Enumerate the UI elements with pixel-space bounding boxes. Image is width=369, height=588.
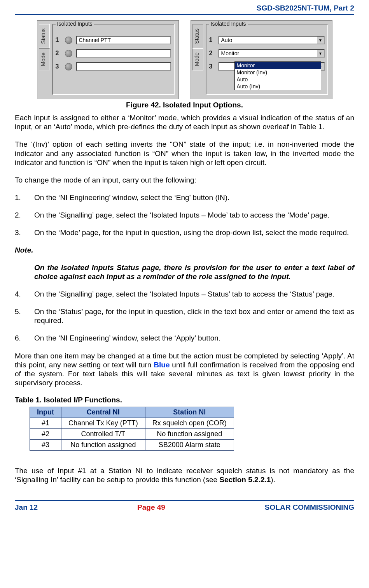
- mode-dropdown-list[interactable]: Monitor Monitor (Inv) Auto Auto (Inv): [234, 61, 321, 90]
- body-paragraph: To change the mode of an input, carry ou…: [15, 176, 354, 184]
- list-item: On the ‘Status’ page, for the input in q…: [15, 307, 354, 325]
- group-legend: Isolated Inputs: [56, 21, 94, 27]
- blue-text: Blue: [154, 361, 170, 369]
- functions-table: Input Central NI Station NI #1 Channel T…: [30, 407, 234, 451]
- status-led-icon: [65, 37, 72, 44]
- dropdown-option[interactable]: Auto: [235, 76, 321, 83]
- tab-mode[interactable]: Mode: [39, 48, 50, 70]
- note-body: On the Isolated Inputs Status page, ther…: [15, 263, 354, 281]
- status-led-icon: [65, 63, 72, 70]
- isolated-inputs-group: Isolated Inputs 1 Auto ▼ 2 Monitor ▼: [206, 24, 328, 95]
- row-num: 1: [56, 37, 61, 44]
- figure-caption: Figure 42. Isolated Input Options.: [15, 101, 354, 109]
- input-label-field[interactable]: [76, 36, 171, 44]
- row-num: 3: [56, 63, 61, 70]
- footer-date: Jan 12: [15, 503, 38, 512]
- list-item: On the ‘NI Engineering’ window, select t…: [15, 193, 354, 202]
- table-caption: Table 1. Isolated I/P Functions.: [15, 396, 354, 404]
- footer-section: SOLAR COMMISSIONING: [265, 503, 354, 512]
- body-paragraph: More than one item may be changed at a t…: [15, 351, 354, 388]
- isolated-inputs-group: Isolated Inputs 1 2 3: [52, 24, 175, 95]
- tab-status[interactable]: Status: [192, 24, 203, 48]
- row-num: 2: [56, 50, 61, 57]
- chevron-down-icon[interactable]: ▼: [317, 50, 324, 57]
- group-legend: Isolated Inputs: [209, 21, 248, 27]
- input-label-field[interactable]: [76, 62, 171, 71]
- footer-page: Page 49: [137, 503, 165, 512]
- steps-list: On the ‘NI Engineering’ window, select t…: [15, 193, 354, 237]
- table-header-row: Input Central NI Station NI: [30, 407, 234, 418]
- row-num: 1: [209, 37, 215, 44]
- list-item: On the ‘Mode’ page, for the input in que…: [15, 228, 354, 237]
- mode-panel: Status Mode Isolated Inputs 1 Auto ▼ 2 M…: [191, 20, 332, 99]
- body-paragraph: The ‘(Inv)’ option of each setting inver…: [15, 140, 354, 167]
- tab-mode[interactable]: Mode: [192, 48, 203, 70]
- table-row: #1 Channel Tx Key (PTT) Rx squelch open …: [30, 418, 234, 429]
- dropdown-option[interactable]: Auto (Inv): [235, 83, 321, 90]
- table-header: Station NI: [145, 407, 234, 418]
- row-num: 3: [209, 63, 215, 70]
- list-item: On the ‘Signalling’ page, select the ‘Is…: [15, 290, 354, 298]
- mode-combo[interactable]: Auto ▼: [219, 36, 325, 44]
- list-item: On the ‘NI Engineering’ window, select t…: [15, 333, 354, 342]
- dropdown-option[interactable]: Monitor (Inv): [235, 69, 321, 76]
- dropdown-option[interactable]: Monitor: [235, 62, 321, 69]
- page-header: SGD-SB2025NT-TUM, Part 2: [15, 4, 354, 15]
- body-paragraph: The use of Input #1 at a Station NI to i…: [15, 466, 354, 484]
- mode-combo[interactable]: Monitor ▼: [219, 49, 325, 58]
- list-item: On the ‘Signalling’ page, select the ‘Is…: [15, 211, 354, 219]
- steps-list: On the ‘Signalling’ page, select the ‘Is…: [15, 290, 354, 343]
- page-footer: Jan 12 Page 49 SOLAR COMMISSIONING: [15, 500, 354, 512]
- figure-row: Status Mode Isolated Inputs 1 2 3: [15, 20, 354, 99]
- combo-value: Monitor: [219, 50, 317, 57]
- status-led-icon: [65, 50, 72, 57]
- input-label-field[interactable]: [76, 49, 171, 58]
- note-heading: Note.: [15, 246, 354, 255]
- table-header: Central NI: [61, 407, 145, 418]
- table-header: Input: [30, 407, 61, 418]
- table-row: #2 Controlled T/T No function assigned: [30, 429, 234, 440]
- chevron-down-icon[interactable]: ▼: [317, 37, 324, 44]
- tab-status[interactable]: Status: [39, 24, 50, 48]
- table-row: #3 No function assigned SB2000 Alarm sta…: [30, 440, 234, 451]
- body-paragraph: Each input is assigned to either a ‘Moni…: [15, 113, 354, 131]
- combo-value: Auto: [219, 37, 317, 44]
- row-num: 2: [209, 50, 215, 57]
- status-panel: Status Mode Isolated Inputs 1 2 3: [37, 20, 179, 99]
